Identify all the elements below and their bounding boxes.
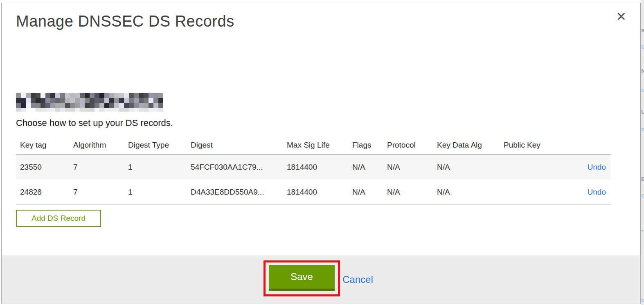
instruction-text: Choose how to set up your DS records. — [16, 118, 173, 128]
cell-max-sig-life: 1814400 — [287, 188, 317, 196]
header-max-sig-life: Max Sig Life — [283, 141, 348, 150]
cell-digest: D4A33E8DD550A9... — [191, 188, 264, 196]
header-key-tag: Key tag — [16, 141, 69, 150]
table-row: 24828 7 1 D4A33E8DD550A9... 1814400 N/A … — [16, 179, 611, 205]
table-header-row: Key tag Algorithm Digest Type Digest Max… — [16, 136, 611, 155]
modal-footer: Save Cancel — [2, 256, 640, 304]
cell-algorithm: 7 — [73, 188, 78, 196]
header-key-data-alg: Key Data Alg — [433, 141, 500, 150]
table-row: 23550 7 1 54FCF030AA1C79... 1814400 N/A … — [16, 155, 611, 179]
undo-link[interactable]: Undo — [588, 163, 606, 171]
header-digest: Digest — [187, 141, 283, 150]
cancel-link[interactable]: Cancel — [342, 274, 373, 285]
cell-digest-type: 1 — [128, 188, 133, 196]
undo-link[interactable]: Undo — [588, 188, 606, 196]
cell-flags: N/A — [352, 163, 365, 171]
cell-key-tag: 23550 — [20, 163, 42, 171]
close-icon[interactable]: ✕ — [616, 11, 626, 23]
cell-key-tag: 24828 — [20, 188, 42, 196]
header-digest-type: Digest Type — [124, 141, 187, 150]
cell-protocol: N/A — [387, 188, 400, 196]
header-algorithm: Algorithm — [69, 141, 124, 150]
header-protocol: Protocol — [383, 141, 433, 150]
background-page-strip: soNoUoEo•o — [641, 0, 644, 305]
redacted-domain — [16, 93, 163, 113]
save-button[interactable]: Save — [269, 265, 335, 291]
ds-records-table: Key tag Algorithm Digest Type Digest Max… — [16, 136, 611, 205]
header-flags: Flags — [348, 141, 383, 150]
cell-digest-type: 1 — [128, 163, 133, 171]
cell-digest: 54FCF030AA1C79... — [191, 163, 263, 171]
add-ds-record-button[interactable]: Add DS Record — [16, 210, 101, 227]
cell-key-data-alg: N/A — [437, 188, 450, 196]
cell-flags: N/A — [352, 188, 365, 196]
cell-algorithm: 7 — [73, 163, 78, 171]
cell-max-sig-life: 1814400 — [287, 163, 317, 171]
cell-key-data-alg: N/A — [437, 163, 450, 171]
annotation-rectangle: Save — [263, 260, 340, 296]
dnssec-modal: Manage DNSSEC DS Records ✕ Choose how to… — [1, 3, 641, 304]
header-public-key: Public Key — [500, 141, 557, 150]
cell-protocol: N/A — [387, 163, 400, 171]
page-title: Manage DNSSEC DS Records — [16, 13, 234, 30]
